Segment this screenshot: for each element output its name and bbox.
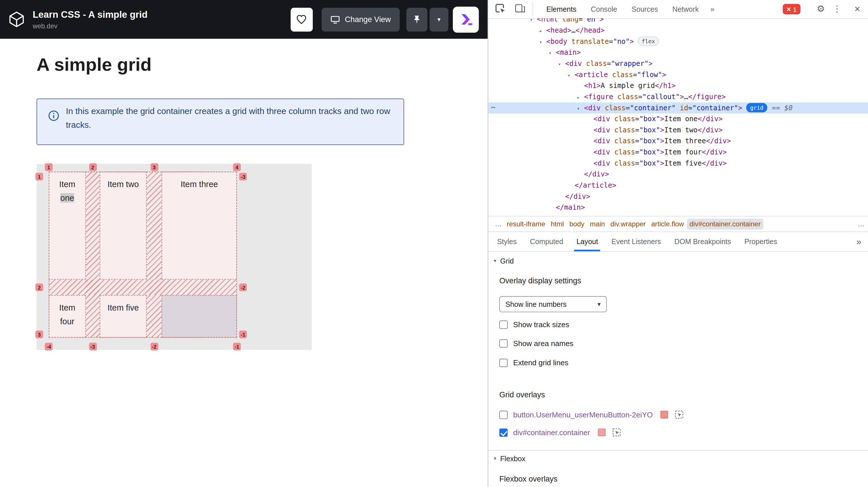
devtools-tab-strip: ElementsConsoleSourcesNetwork» (539, 0, 719, 18)
code-token: Item two (664, 126, 698, 134)
code-token: </main> (556, 203, 585, 211)
sidebar-more-tabs-button[interactable]: » (850, 232, 868, 251)
code-token: > (630, 37, 634, 45)
checkbox[interactable] (499, 410, 507, 419)
breadcrumb-item[interactable]: html (548, 218, 567, 230)
more-tabs-button[interactable]: » (706, 0, 719, 18)
tree-node[interactable]: ▸<head>…</head> (488, 25, 868, 36)
tree-node[interactable]: </div> (488, 191, 868, 202)
error-counter-badge[interactable]: × 1 (783, 4, 800, 14)
code-token: "box" (640, 136, 660, 145)
breadcrumb-item[interactable]: div.wrapper (608, 218, 648, 230)
checkbox[interactable] (499, 428, 507, 436)
triangle-down-icon: ▾ (494, 456, 496, 461)
change-view-button[interactable]: Change View (322, 7, 400, 31)
devtools-tab-sources[interactable]: Sources (624, 0, 665, 18)
sidebar-tab-computed[interactable]: Computed (523, 232, 570, 251)
like-button[interactable] (290, 7, 313, 31)
breadcrumb-item[interactable]: div#container.container (687, 218, 764, 230)
sidebar-tab-dom-breakpoints[interactable]: DOM Breakpoints (668, 232, 738, 251)
tree-node[interactable]: <div class="box">Item three</div> (488, 135, 868, 147)
checkbox[interactable] (499, 321, 507, 329)
code-token: > (660, 136, 664, 145)
error-x-icon: × (787, 5, 791, 12)
expand-arrow-open-icon[interactable]: ▾ (577, 103, 584, 114)
overlay-row[interactable]: button.UserMenu_userMenuButton-2eiYO (499, 410, 684, 419)
breadcrumb-item[interactable]: main (587, 218, 608, 230)
breadcrumb-item[interactable]: article.flow (649, 218, 687, 230)
close-devtools-icon[interactable]: × (855, 2, 860, 16)
code-token: > (660, 159, 664, 167)
tree-node[interactable]: ▾<main> (488, 47, 868, 58)
expand-arrow-open-icon[interactable]: ▾ (530, 18, 537, 26)
kebab-menu-icon[interactable]: ⋮ (833, 2, 841, 16)
overlay-color-swatch[interactable] (660, 411, 668, 419)
code-token: > (660, 115, 664, 123)
breadcrumb-item[interactable]: body (567, 218, 587, 230)
tree-node[interactable]: <h1>A simple grid</h1> (488, 80, 868, 91)
sidebar-tab-styles[interactable]: Styles (490, 232, 523, 251)
pin-menu-button[interactable]: ▾ (430, 7, 448, 31)
pin-button[interactable] (406, 7, 427, 31)
tree-node[interactable]: ⋯▾<div class="container" id="container">… (488, 102, 868, 114)
grid-demo-container: Item oneItem twoItem threeItem fourItem … (37, 164, 312, 350)
option-row[interactable]: Show area names (499, 339, 574, 348)
devtools-tab-console[interactable]: Console (584, 0, 624, 18)
tree-node[interactable]: ▾<html lang="en"> (488, 18, 868, 25)
sidebar-tab-event-listeners[interactable]: Event Listeners (605, 232, 668, 251)
info-callout: In this example the grid container creat… (37, 98, 404, 145)
devtools-tab-network[interactable]: Network (665, 0, 706, 18)
expand-arrow-open-icon[interactable]: ▾ (567, 70, 575, 81)
expand-arrow-closed-icon[interactable]: ▸ (539, 26, 546, 37)
option-row[interactable]: Extend grid lines (499, 359, 568, 367)
code-token: > (599, 18, 604, 23)
devtools-tab-elements[interactable]: Elements (539, 0, 584, 18)
code-token: = (638, 93, 643, 101)
code-token: "box" (640, 126, 660, 134)
expand-arrow-open-icon[interactable]: ▾ (539, 37, 546, 48)
tree-node[interactable]: ▾<div class="wrapper"> (488, 58, 868, 69)
glitch-logo-button[interactable] (453, 6, 479, 32)
tree-node[interactable]: ▾<article class="flow"> (488, 69, 868, 81)
code-token: </figure> (688, 93, 725, 101)
tree-node[interactable]: </main> (488, 202, 868, 213)
grid-section-header[interactable]: ▾ Grid (488, 253, 868, 268)
checkbox[interactable] (499, 339, 507, 348)
flexbox-section-header[interactable]: ▾ Flexbox (488, 450, 868, 466)
grid-badge[interactable]: grid (746, 103, 768, 112)
expand-arrow-open-icon[interactable]: ▾ (549, 48, 556, 59)
inspect-element-icon[interactable] (495, 3, 506, 14)
line-numbers-select[interactable]: Show line numbers ▾ (499, 296, 607, 312)
node-menu-dots-icon[interactable]: ⋯ (491, 102, 496, 113)
select-element-icon[interactable] (612, 428, 621, 437)
breadcrumb-overflow-left[interactable]: … (493, 220, 504, 228)
tree-node[interactable]: </article> (488, 180, 868, 191)
tree-node[interactable]: <div class="box">Item one</div> (488, 114, 868, 125)
expand-arrow-closed-icon[interactable]: ▸ (577, 92, 584, 103)
settings-gear-icon[interactable]: ⚙ (817, 2, 825, 16)
overlay-element-label: button.UserMenu_userMenuButton-2eiYO (513, 410, 653, 419)
option-label: Show area names (513, 339, 573, 348)
breadcrumb-overflow-right[interactable]: … (858, 220, 865, 228)
sidebar-tab-properties[interactable]: Properties (738, 232, 784, 251)
tree-node[interactable]: <div class="box">Item four</div> (488, 147, 868, 158)
flex-badge[interactable]: flex (638, 37, 659, 46)
code-token: class (610, 148, 635, 156)
tree-node[interactable]: <div class="box">Item two</div> (488, 125, 868, 136)
overlay-row[interactable]: div#container.container (499, 428, 621, 437)
tree-node[interactable]: ▾<body translate="no">flex (488, 36, 868, 47)
grid-gap-hatch (147, 172, 161, 338)
tree-node[interactable]: </div> (488, 169, 868, 180)
sidebar-tab-layout[interactable]: Layout (570, 232, 605, 251)
device-toolbar-icon[interactable] (515, 3, 525, 13)
checkbox[interactable] (499, 359, 507, 367)
overlay-color-swatch[interactable] (598, 429, 606, 436)
expand-arrow-open-icon[interactable]: ▾ (558, 59, 565, 70)
tree-node[interactable]: <div class="box">Item five</div> (488, 158, 868, 169)
code-token: > (738, 103, 743, 112)
tree-node[interactable]: ▸<figure class="callout">…</figure> (488, 91, 868, 102)
select-element-icon[interactable] (675, 410, 684, 419)
breadcrumb-item[interactable]: result-iframe (504, 218, 548, 230)
option-row[interactable]: Show track sizes (499, 321, 569, 329)
code-token: class (610, 115, 635, 123)
